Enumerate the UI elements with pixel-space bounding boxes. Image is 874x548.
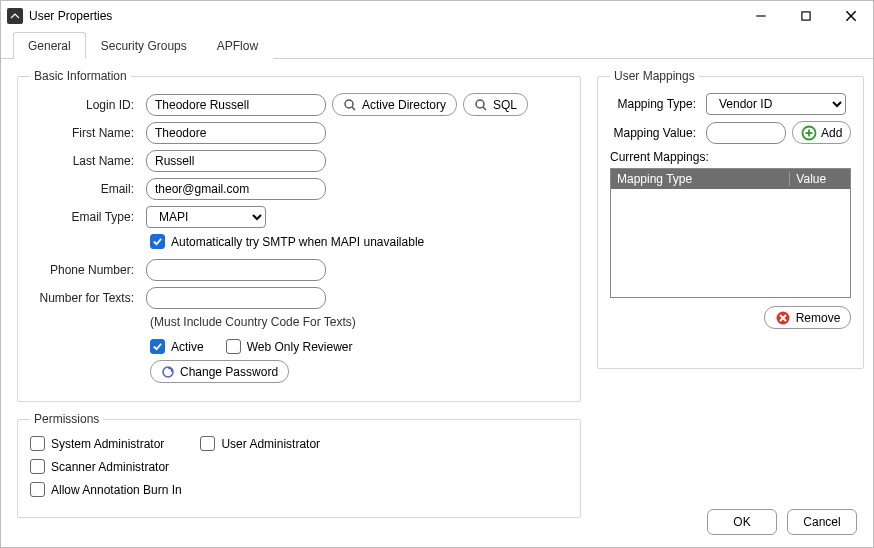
change-password-button[interactable]: Change Password: [150, 360, 289, 383]
left-column: Basic Information Login ID: Active Direc…: [17, 69, 581, 547]
x-circle-icon: [775, 310, 791, 326]
mapping-value-input[interactable]: [706, 122, 786, 144]
first-name-label: First Name:: [30, 126, 140, 140]
checkbox-icon: [30, 459, 45, 474]
phone-label: Phone Number:: [30, 263, 140, 277]
sql-label: SQL: [493, 98, 517, 112]
user-admin-label: User Administrator: [221, 437, 320, 451]
web-only-label: Web Only Reviewer: [247, 340, 353, 354]
remove-label: Remove: [796, 311, 841, 325]
current-mappings-label: Current Mappings:: [610, 150, 851, 164]
tab-strip: General Security Groups APFlow: [1, 31, 873, 59]
dialog-footer: OK Cancel: [707, 509, 857, 535]
search-icon: [343, 98, 357, 112]
email-label: Email:: [30, 182, 140, 196]
login-id-input[interactable]: [146, 94, 326, 116]
change-password-label: Change Password: [180, 365, 278, 379]
svg-point-4: [345, 100, 353, 108]
active-label: Active: [171, 340, 204, 354]
close-icon: [844, 9, 858, 23]
mapping-type-label: Mapping Type:: [610, 97, 700, 111]
minimize-button[interactable]: [738, 1, 783, 31]
remove-mapping-button[interactable]: Remove: [764, 306, 852, 329]
checkbox-icon: [150, 339, 165, 354]
last-name-label: Last Name:: [30, 154, 140, 168]
user-admin-checkbox[interactable]: User Administrator: [200, 436, 320, 451]
svg-line-7: [483, 107, 486, 110]
basic-information-group: Basic Information Login ID: Active Direc…: [17, 69, 581, 402]
minimize-icon: [754, 9, 768, 23]
smtp-fallback-checkbox[interactable]: Automatically try SMTP when MAPI unavail…: [150, 234, 424, 249]
col-value: Value: [790, 172, 850, 186]
phone-input[interactable]: [146, 259, 326, 281]
first-name-input[interactable]: [146, 122, 326, 144]
refresh-icon: [161, 365, 175, 379]
tab-security-groups[interactable]: Security Groups: [86, 32, 202, 59]
permissions-group: Permissions System Administrator User Ad…: [17, 412, 581, 518]
search-icon: [474, 98, 488, 112]
maximize-icon: [799, 9, 813, 23]
col-mapping-type: Mapping Type: [611, 172, 790, 186]
email-type-label: Email Type:: [30, 210, 140, 224]
active-directory-button[interactable]: Active Directory: [332, 93, 457, 116]
tab-general[interactable]: General: [13, 32, 86, 59]
login-id-label: Login ID:: [30, 98, 140, 112]
scanner-admin-checkbox[interactable]: Scanner Administrator: [30, 459, 169, 474]
ok-button[interactable]: OK: [707, 509, 777, 535]
checkbox-icon: [30, 482, 45, 497]
mapping-type-select[interactable]: Vendor ID: [706, 93, 846, 115]
right-column: User Mappings Mapping Type: Vendor ID Ma…: [597, 69, 857, 547]
add-mapping-button[interactable]: Add: [792, 121, 851, 144]
tab-apflow[interactable]: APFlow: [202, 32, 273, 59]
smtp-fallback-label: Automatically try SMTP when MAPI unavail…: [171, 235, 424, 249]
basic-information-legend: Basic Information: [30, 69, 131, 83]
title-bar: User Properties: [1, 1, 873, 31]
checkbox-icon: [30, 436, 45, 451]
window: User Properties General Security Groups …: [0, 0, 874, 548]
tab-body: Basic Information Login ID: Active Direc…: [1, 59, 873, 547]
permissions-legend: Permissions: [30, 412, 103, 426]
active-checkbox[interactable]: Active: [150, 339, 204, 354]
texts-number-label: Number for Texts:: [30, 291, 140, 305]
last-name-input[interactable]: [146, 150, 326, 172]
user-mappings-legend: User Mappings: [610, 69, 699, 83]
burn-in-label: Allow Annotation Burn In: [51, 483, 182, 497]
checkbox-icon: [150, 234, 165, 249]
system-admin-label: System Administrator: [51, 437, 164, 451]
burn-in-checkbox[interactable]: Allow Annotation Burn In: [30, 482, 182, 497]
cancel-button[interactable]: Cancel: [787, 509, 857, 535]
plus-circle-icon: [801, 125, 817, 141]
maximize-button[interactable]: [783, 1, 828, 31]
user-mappings-group: User Mappings Mapping Type: Vendor ID Ma…: [597, 69, 864, 369]
sql-button[interactable]: SQL: [463, 93, 528, 116]
email-type-select[interactable]: MAPI: [146, 206, 266, 228]
add-label: Add: [821, 126, 842, 140]
checkbox-icon: [226, 339, 241, 354]
mapping-value-label: Mapping Value:: [610, 126, 700, 140]
current-mappings-table[interactable]: Mapping Type Value: [610, 168, 851, 298]
texts-number-input[interactable]: [146, 287, 326, 309]
svg-line-5: [352, 107, 355, 110]
svg-point-6: [476, 100, 484, 108]
web-only-reviewer-checkbox[interactable]: Web Only Reviewer: [226, 339, 353, 354]
scanner-admin-label: Scanner Administrator: [51, 460, 169, 474]
texts-note: (Must Include Country Code For Texts): [150, 315, 568, 329]
system-admin-checkbox[interactable]: System Administrator: [30, 436, 164, 451]
svg-rect-1: [801, 12, 809, 20]
window-title: User Properties: [29, 9, 112, 23]
active-directory-label: Active Directory: [362, 98, 446, 112]
app-icon: [7, 8, 23, 24]
table-header: Mapping Type Value: [611, 169, 850, 189]
email-input[interactable]: [146, 178, 326, 200]
window-buttons: [738, 1, 873, 31]
checkbox-icon: [200, 436, 215, 451]
close-button[interactable]: [828, 1, 873, 31]
